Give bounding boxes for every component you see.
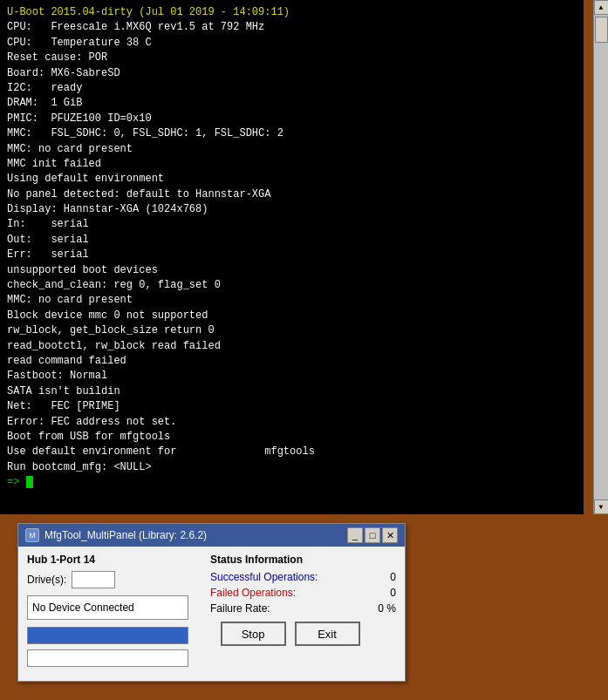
dialog-titlebar: M MfgTool_MultiPanel (Library: 2.6.2) _ … <box>18 524 405 547</box>
device-status-box: No Device Connected <box>27 595 188 620</box>
rate-label: Failure Rate: <box>210 602 270 615</box>
failed-value: 0 <box>370 587 396 599</box>
terminal-line: Using default environment <box>7 172 577 187</box>
scrollbar-thumb[interactable] <box>595 17 608 43</box>
hub-label: Hub 1-Port 14 <box>27 554 202 566</box>
terminal-line: Display: Hannstar-XGA (1024x768) <box>7 202 577 217</box>
device-status-text: No Device Connected <box>32 601 134 614</box>
close-button[interactable]: ✕ <box>382 527 398 543</box>
terminal-line: No panel detected: default to Hannstar-X… <box>7 187 577 202</box>
terminal-line: Reset cause: POR <box>7 51 577 65</box>
progress-bar-full <box>27 627 188 644</box>
exit-button[interactable]: Exit <box>295 622 360 646</box>
terminal-line: CPU: Freescale i.MX6Q rev1.5 at 792 MHz <box>7 20 577 35</box>
successful-label: Successful Operations: <box>210 571 318 583</box>
progress-bar-empty <box>27 649 188 667</box>
dialog-title-left: M MfgTool_MultiPanel (Library: 2.6.2) <box>25 528 207 542</box>
terminal-line: MMC: no card present <box>7 293 577 308</box>
terminal-line: Error: FEC address not set. <box>7 415 577 430</box>
failed-label: Failed Operations: <box>210 587 296 599</box>
dialog-left-panel: Hub 1-Port 14 Drive(s): No Device Connec… <box>27 554 202 672</box>
maximize-button[interactable]: □ <box>365 527 380 543</box>
dialog-title: MfgTool_MultiPanel (Library: 2.6.2) <box>44 529 207 541</box>
terminal-line: Fastboot: Normal <box>7 369 577 384</box>
terminal-line: CPU: Temperature 38 C <box>7 36 577 51</box>
terminal-line: MMC: no card present <box>7 142 577 157</box>
terminal-line: rw_block, get_block_size return 0 <box>7 323 577 338</box>
drive-label: Drive(s): <box>27 574 66 586</box>
terminal-cursor <box>26 476 33 488</box>
successful-operations-row: Successful Operations: 0 <box>210 571 396 583</box>
terminal-line: Err: serial <box>7 248 577 262</box>
terminal-line: Net: FEC [PRIME] <box>7 399 577 414</box>
terminal-line: Run bootcmd_mfg: <NULL> <box>7 460 577 475</box>
terminal-line: Boot from USB for mfgtools <box>7 430 577 445</box>
terminal-scrollbar[interactable]: ▲ ▼ <box>593 0 608 514</box>
terminal-line: U-Boot 2015.04-dirty (Jul 01 2019 - 14:0… <box>7 5 577 20</box>
successful-value: 0 <box>370 571 396 583</box>
progress-fill <box>28 628 188 643</box>
terminal-line: Out: serial <box>7 233 577 248</box>
terminal-line: In: serial <box>7 217 577 232</box>
failed-operations-row: Failed Operations: 0 <box>210 587 396 599</box>
buttons-row: Stop Exit <box>210 622 396 646</box>
terminal-line: I2C: ready <box>7 81 577 96</box>
terminal-line: Use default environment for mfgtools <box>7 445 577 459</box>
dialog-icon: M <box>25 528 39 542</box>
scroll-down-arrow[interactable]: ▼ <box>594 500 609 514</box>
terminal-line: Board: MX6-SabreSD <box>7 66 577 81</box>
terminal-line: MMC init failed <box>7 157 577 172</box>
terminal-line: check_and_clean: reg 0, flag_set 0 <box>7 278 577 293</box>
terminal-line: MMC: FSL_SDHC: 0, FSL_SDHC: 1, FSL_SDHC:… <box>7 126 577 141</box>
terminal-line: PMIC: PFUZE100 ID=0x10 <box>7 112 577 126</box>
rate-value: 0 % <box>370 602 396 615</box>
drive-row: Drive(s): <box>27 571 202 588</box>
terminal-line: SATA isn't buildin <box>7 384 577 399</box>
stop-button[interactable]: Stop <box>221 622 286 646</box>
terminal: U-Boot 2015.04-dirty (Jul 01 2019 - 14:0… <box>0 0 584 514</box>
dialog-body: Hub 1-Port 14 Drive(s): No Device Connec… <box>18 547 405 681</box>
dialog-controls[interactable]: _ □ ✕ <box>347 527 398 543</box>
terminal-line: Block device mmc 0 not supported <box>7 309 577 323</box>
terminal-line: => <box>7 475 577 490</box>
status-title: Status Information <box>210 554 396 566</box>
terminal-line: read command failed <box>7 354 577 369</box>
failure-rate-row: Failure Rate: 0 % <box>210 602 396 615</box>
dialog-right-panel: Status Information Successful Operations… <box>202 554 396 672</box>
scroll-up-arrow[interactable]: ▲ <box>594 0 609 15</box>
terminal-line: DRAM: 1 GiB <box>7 96 577 111</box>
terminal-line: read_bootctl, rw_block read failed <box>7 339 577 354</box>
mfgtool-dialog: M MfgTool_MultiPanel (Library: 2.6.2) _ … <box>17 523 406 682</box>
minimize-button[interactable]: _ <box>347 527 363 543</box>
terminal-line: unsupported boot devices <box>7 263 577 278</box>
drive-input[interactable] <box>72 571 115 588</box>
